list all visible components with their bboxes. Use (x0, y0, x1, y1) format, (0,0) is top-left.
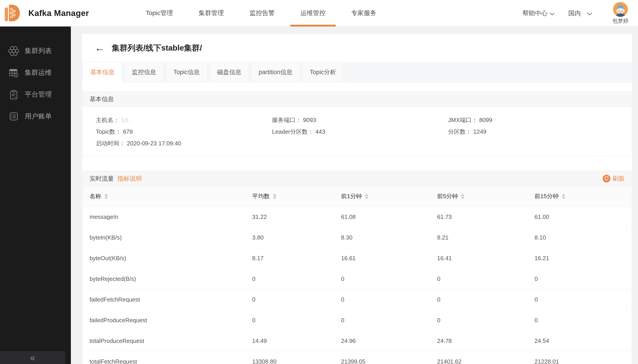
col-header-average[interactable]: 平均数 (248, 186, 337, 206)
main-nav: Topic管理 集群管理 监控告警 运维管控 专家服务 (133, 0, 389, 26)
tab-monitor-info[interactable]: 监控信息 (124, 62, 164, 82)
content-area: ← 集群列表/线下stable集群/ 基本信息 监控信息 Topic信息 磁盘信… (71, 26, 638, 364)
nav-expert-service[interactable]: 专家服务 (338, 0, 389, 26)
username: 包梦婷 (612, 17, 628, 24)
region-selector[interactable]: 国内 (568, 9, 592, 18)
sidebar-item-cluster-ops[interactable]: $ 集群运维 (0, 62, 71, 84)
avatar (613, 2, 628, 17)
help-center-menu[interactable]: 帮助中心 (522, 9, 555, 18)
field-topic-count: Topic数：679 (96, 128, 272, 135)
sidebar-collapse-button[interactable]: « (0, 351, 65, 364)
tabs-bar: 基本信息 监控信息 Topic信息 磁盘信息 partition信息 Topic… (82, 62, 632, 82)
chevron-down-icon (549, 12, 555, 16)
sidebar-item-label: 集群运维 (25, 68, 52, 77)
user-menu[interactable]: 包梦婷 (612, 2, 628, 24)
topbar: Kafka Manager Topic管理 集群管理 监控告警 运维管控 专家服… (0, 0, 638, 26)
tab-basic-info[interactable]: 基本信息 (82, 62, 122, 82)
sidebar-item-user-bill[interactable]: 用户账单 (0, 106, 71, 127)
sort-control[interactable] (104, 194, 108, 199)
table-header-row: 名称 平均数 前1分钟 前5分钟 前15分钟 (83, 186, 631, 206)
basic-info-panel: 基本信息 主机名：10… Topic数：679 启动时间：2020-09-23 … (83, 91, 632, 156)
panel-title: 实时流量 (90, 174, 114, 183)
field-service-port: 服务端口：9093 (272, 116, 448, 123)
sidebar-item-label: 平台管理 (25, 90, 52, 99)
panel-title: 基本信息 (90, 95, 114, 103)
nav-topic-management[interactable]: Topic管理 (133, 0, 186, 26)
table-row: totalFetchRequest13308.8021399.0521401.6… (83, 351, 631, 364)
sidebar-item-label: 用户账单 (25, 112, 52, 121)
nav-ops-control[interactable]: 运维管控 (288, 0, 338, 26)
cluster-detail-card: ← 集群列表/线下stable集群/ 基本信息 监控信息 Topic信息 磁盘信… (82, 34, 632, 364)
sidebar: 集群列表 $ 集群运维 平台管理 (0, 26, 71, 364)
refresh-button[interactable]: 刷新 (603, 174, 625, 183)
table-row: totalProduceRequest14.4924.9624.7824.54 (83, 330, 631, 351)
back-button[interactable]: ← (95, 43, 105, 53)
field-jmx-port: JMX端口：8099 (448, 116, 492, 123)
refresh-label: 刷新 (612, 174, 625, 183)
field-start-time: 启动时间：2020-09-23 17:09:40 (96, 140, 272, 147)
app-title: Kafka Manager (28, 8, 89, 18)
col-header-last-1min[interactable]: 前1分钟 (337, 186, 433, 206)
traffic-table-head: 名称 平均数 前1分钟 前5分钟 前15分钟 (83, 186, 631, 206)
tab-partition-info[interactable]: partition信息 (251, 62, 300, 82)
kafka-manager-logo-icon (4, 4, 20, 23)
svg-text:$: $ (15, 73, 17, 76)
traffic-table: 名称 平均数 前1分钟 前5分钟 前15分钟 messageIn31.2261.… (83, 186, 631, 364)
sidebar-item-platform-mgmt[interactable]: 平台管理 (0, 84, 71, 106)
tab-disk-info[interactable]: 磁盘信息 (209, 62, 249, 82)
table-row: byteOut(KB/s)8.1716.6116.4116.21 (83, 248, 631, 268)
tabs-filler (346, 62, 632, 82)
chevron-down-icon (587, 12, 592, 16)
sidebar-item-cluster-list[interactable]: 集群列表 (0, 40, 71, 62)
cluster-ops-icon: $ (9, 68, 19, 78)
field-column: 服务端口：9093 Leader分区数：443 (272, 116, 448, 147)
user-bill-icon (9, 111, 19, 122)
field-column: JMX端口：8099 分区数：1249 (448, 116, 492, 147)
table-row: byteIn(KB/s)3.808.308.218.10 (83, 227, 631, 248)
region-label: 国内 (568, 9, 581, 18)
traffic-table-body: messageIn31.2261.0861.7361.00 byteIn(KB/… (83, 206, 631, 364)
sort-control[interactable] (273, 194, 277, 199)
metrics-doc-link[interactable]: 指标说明 (117, 174, 142, 183)
sort-control[interactable] (365, 194, 368, 199)
sidebar-item-label: 集群列表 (25, 46, 52, 56)
page-title: 集群列表/线下stable集群/ (112, 43, 202, 53)
col-header-name[interactable]: 名称 (83, 186, 248, 206)
refresh-icon (603, 175, 610, 182)
table-row: messageIn31.2261.0861.7361.00 (83, 206, 631, 227)
realtime-traffic-header: 实时流量 指标说明 刷新 (83, 171, 631, 186)
basic-info-panel-header: 基本信息 (83, 92, 631, 107)
tab-topic-info[interactable]: Topic信息 (166, 62, 208, 82)
col-header-last-5min[interactable]: 前5分钟 (433, 186, 530, 206)
breadcrumb: ← 集群列表/线下stable集群/ (82, 34, 632, 62)
help-center-label: 帮助中心 (522, 9, 548, 18)
platform-mgmt-icon (9, 90, 19, 100)
tab-topic-analysis[interactable]: Topic分析 (302, 62, 344, 82)
sort-control[interactable] (562, 194, 565, 199)
sidebar-menu: 集群列表 $ 集群运维 平台管理 (0, 26, 71, 127)
cluster-list-icon (9, 46, 19, 56)
table-row: failedProduceRequest0000 (83, 310, 631, 330)
collapse-icon: « (30, 353, 35, 362)
table-row: byteRejected(B/s)0000 (83, 268, 631, 289)
hostname-value: 10… (121, 116, 135, 123)
realtime-traffic-panel: 实时流量 指标说明 刷新 名称 平均数 (83, 171, 632, 364)
nav-monitor-alert[interactable]: 监控告警 (237, 0, 288, 26)
field-hostname: 主机名：10… (96, 116, 272, 123)
col-header-last-15min[interactable]: 前15分钟 (530, 186, 631, 206)
sort-control[interactable] (461, 194, 465, 199)
basic-info-body: 主机名：10… Topic数：679 启动时间：2020-09-23 17:09… (83, 107, 631, 156)
topbar-right: 帮助中心 国内 (522, 2, 628, 24)
table-row: failedFetchRequest0000 (83, 289, 631, 310)
field-leader-partition-count: Leader分区数：443 (272, 128, 448, 135)
field-partition-count: 分区数：1249 (448, 128, 492, 135)
nav-cluster-management[interactable]: 集群管理 (186, 0, 237, 26)
field-column: 主机名：10… Topic数：679 启动时间：2020-09-23 17:09… (96, 116, 272, 147)
app-logo[interactable]: Kafka Manager (4, 4, 89, 23)
